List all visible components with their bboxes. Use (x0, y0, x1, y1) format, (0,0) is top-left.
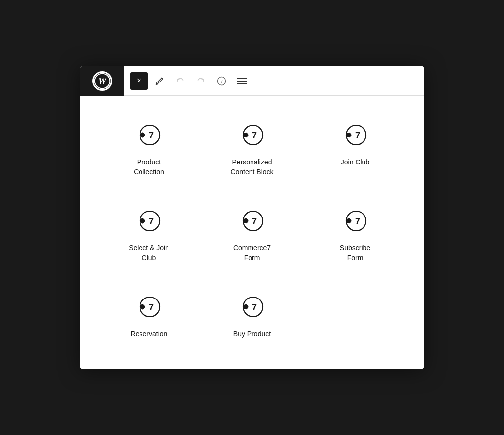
info-icon: i (217, 76, 226, 86)
plugin-item-personalized-content-block[interactable]: 7 PersonalizedContent Block (203, 110, 301, 187)
plugin-icon-select-join-club: 7 (134, 206, 164, 236)
svg-point-34 (346, 218, 351, 223)
svg-text:7: 7 (252, 302, 257, 312)
menu-button[interactable] (233, 72, 251, 90)
plugin-label-buy-product: Buy Product (233, 329, 271, 339)
svg-point-14 (243, 133, 248, 137)
plugin-label-product-collection: ProductCollection (134, 158, 164, 177)
svg-text:i: i (221, 78, 222, 84)
plugin-item-reservation[interactable]: 7 Reservation (100, 282, 198, 349)
close-button[interactable]: × (130, 72, 148, 90)
plugin-label-join-club: Join Club (341, 158, 369, 167)
plugin-icon-product-collection: 7 (134, 120, 164, 150)
plugin-item-buy-product[interactable]: 7 Buy Product (203, 282, 301, 349)
svg-text:7: 7 (149, 302, 154, 312)
plugin-item-product-collection[interactable]: 7 ProductCollection (100, 110, 198, 187)
undo-button[interactable] (171, 72, 189, 90)
svg-point-39 (140, 304, 145, 309)
svg-point-29 (243, 218, 248, 223)
plugin-item-select-join-club[interactable]: 7 Select & JoinClub (100, 196, 198, 272)
main-window: W × (80, 66, 424, 369)
svg-text:7: 7 (149, 131, 154, 140)
info-button[interactable]: i (213, 72, 230, 90)
pencil-icon (155, 77, 164, 85)
wp-logo-area: W (80, 66, 124, 96)
hamburger-icon (237, 78, 247, 84)
plugin-icon-join-club: 7 (340, 120, 370, 150)
plugin-label-select-join-club: Select & JoinClub (129, 244, 169, 263)
plugin-label-commerce7-form: Commerce7Form (233, 244, 271, 263)
plugin-item-join-club[interactable]: 7 Join Club (306, 110, 404, 187)
undo-icon (176, 77, 185, 85)
plugin-label-personalized-content-block: PersonalizedContent Block (230, 158, 273, 177)
content-area: 7 ProductCollection 7 (80, 96, 424, 369)
svg-text:7: 7 (252, 217, 257, 226)
svg-text:W: W (98, 76, 107, 86)
svg-text:7: 7 (355, 131, 360, 140)
plugin-grid: 7 ProductCollection 7 (100, 110, 404, 349)
plugin-icon-reservation: 7 (134, 292, 164, 322)
redo-button[interactable] (192, 72, 210, 90)
wordpress-logo: W (92, 71, 112, 91)
plugin-item-subscribe-form[interactable]: 7 SubscribeForm (306, 196, 404, 272)
plugin-icon-commerce7-form: 7 (237, 206, 267, 236)
edit-button[interactable] (151, 72, 168, 90)
svg-text:7: 7 (252, 131, 257, 140)
plugin-item-commerce7-form[interactable]: 7 Commerce7Form (203, 196, 301, 272)
plugin-icon-buy-product: 7 (237, 292, 267, 322)
plugin-icon-personalized-content-block: 7 (237, 120, 267, 150)
plugin-label-subscribe-form: SubscribeForm (340, 244, 370, 263)
plugin-icon-subscribe-form: 7 (340, 206, 370, 236)
svg-text:7: 7 (149, 217, 154, 226)
svg-point-44 (243, 304, 248, 309)
svg-point-19 (346, 133, 351, 137)
svg-text:7: 7 (355, 217, 360, 226)
redo-icon (196, 77, 205, 85)
plugin-label-reservation: Reservation (131, 329, 168, 339)
svg-point-24 (140, 218, 145, 223)
svg-point-9 (140, 133, 145, 137)
toolbar-actions: × (124, 72, 424, 90)
toolbar: W × (80, 66, 424, 96)
